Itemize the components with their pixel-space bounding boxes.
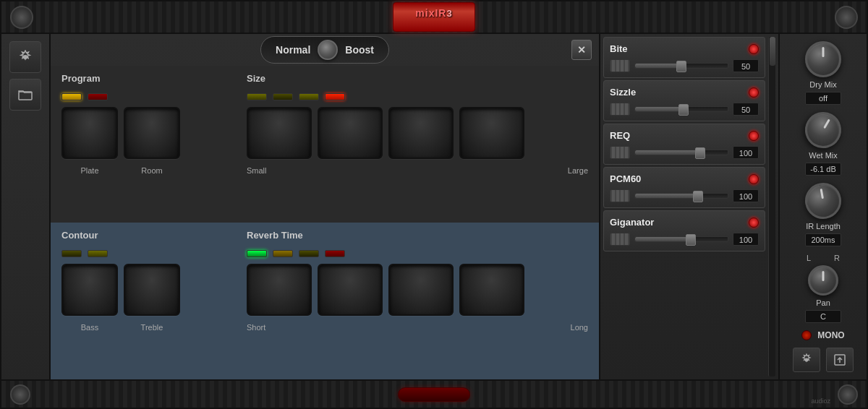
program-pad-labels: Plate Room bbox=[61, 166, 232, 175]
bottom-left-corner-screw bbox=[10, 384, 30, 405]
export-icon-button[interactable] bbox=[826, 348, 854, 372]
bass-pad[interactable] bbox=[61, 264, 118, 316]
preset-req[interactable]: REQ 100 bbox=[603, 124, 765, 165]
contour-group: Contour Bass Treble bbox=[61, 230, 232, 372]
mode-bar: Normal Boost ✕ bbox=[51, 34, 599, 66]
dry-mix-value: off bbox=[805, 92, 841, 105]
pcm60-indicator bbox=[610, 189, 630, 202]
pcm60-slider[interactable] bbox=[634, 193, 728, 199]
reverb-knob-row bbox=[247, 264, 588, 316]
program-group: Program Plate Room bbox=[61, 73, 232, 215]
settings-icon-button[interactable] bbox=[793, 348, 820, 372]
short-pad-2[interactable] bbox=[318, 264, 383, 316]
size-led-4 bbox=[325, 93, 345, 100]
wet-mix-label: Wet Mix bbox=[809, 151, 838, 160]
dry-mix-knob[interactable] bbox=[805, 41, 841, 77]
bite-slider[interactable] bbox=[634, 63, 728, 69]
small-pad-2[interactable] bbox=[318, 107, 383, 159]
sizzle-indicator bbox=[610, 103, 630, 116]
normal-mode-label: Normal bbox=[276, 44, 310, 56]
close-button[interactable]: ✕ bbox=[571, 40, 592, 60]
upper-section: Program Plate Room S bbox=[51, 66, 599, 223]
reverb-led-3 bbox=[299, 250, 319, 257]
left-sidebar bbox=[1, 34, 51, 379]
preset-pcm60[interactable]: PCM60 100 bbox=[603, 167, 765, 208]
size-led-1 bbox=[247, 93, 267, 100]
room-label: Room bbox=[124, 166, 180, 175]
center-panel: Normal Boost ✕ Program bbox=[51, 34, 600, 379]
preset-scrollbar[interactable] bbox=[768, 37, 775, 376]
bite-indicator bbox=[610, 59, 630, 72]
long-pad-2[interactable] bbox=[459, 264, 524, 316]
pan-right-label: R bbox=[834, 254, 840, 262]
giganator-active-led bbox=[749, 218, 759, 228]
size-led-2 bbox=[273, 93, 293, 100]
folder-button[interactable] bbox=[9, 79, 41, 111]
giganator-value: 100 bbox=[733, 233, 759, 246]
reverb-time-group: Reverb Time Short bbox=[247, 230, 588, 372]
contour-pad-labels: Bass Treble bbox=[61, 323, 232, 332]
small-pad-3[interactable] bbox=[388, 107, 454, 159]
sizzle-value: 50 bbox=[733, 103, 759, 116]
giganator-slider[interactable] bbox=[634, 236, 728, 242]
scrollbar-thumb bbox=[770, 37, 775, 66]
bite-slider-row: 50 bbox=[610, 57, 759, 74]
ir-length-knob[interactable] bbox=[802, 181, 844, 223]
pcm60-name: PCM60 bbox=[610, 171, 641, 187]
bite-name: Bite bbox=[610, 40, 628, 57]
wet-mix-knob[interactable] bbox=[799, 106, 848, 155]
short-pad-1[interactable] bbox=[247, 264, 312, 316]
mode-knob[interactable] bbox=[318, 40, 338, 60]
program-led-2 bbox=[88, 93, 108, 100]
program-led-1 bbox=[61, 93, 82, 100]
small-pad-1[interactable] bbox=[247, 107, 312, 159]
req-value: 100 bbox=[733, 146, 759, 159]
reverb-led-4 bbox=[325, 250, 345, 257]
contour-knob-row bbox=[61, 264, 232, 316]
treble-pad[interactable] bbox=[124, 264, 180, 316]
size-led-3 bbox=[299, 93, 319, 100]
bite-header: Bite bbox=[610, 40, 759, 57]
mode-selector[interactable]: Normal Boost bbox=[260, 36, 389, 64]
size-knob-row bbox=[247, 107, 588, 159]
treble-label: Treble bbox=[124, 323, 180, 332]
sizzle-active-led bbox=[749, 87, 759, 98]
giganator-slider-row: 100 bbox=[610, 231, 759, 248]
preset-bite[interactable]: Bite 50 bbox=[603, 37, 765, 78]
large-pad[interactable] bbox=[459, 107, 524, 159]
pcm60-slider-row: 100 bbox=[610, 187, 759, 204]
preset-sizzle[interactable]: Sizzle 50 bbox=[603, 80, 765, 121]
room-pad[interactable] bbox=[124, 107, 180, 159]
req-slider[interactable] bbox=[634, 150, 728, 155]
preset-giganator[interactable]: Giganator 100 bbox=[603, 210, 765, 251]
plugin-title-text: mixIR3 bbox=[415, 8, 452, 26]
reverb-led-1 bbox=[247, 250, 267, 257]
pan-knob[interactable] bbox=[808, 265, 838, 296]
ir-length-group: IR Length 200ms bbox=[786, 183, 861, 246]
pan-label: Pan bbox=[816, 298, 830, 307]
plate-pad[interactable] bbox=[61, 107, 118, 159]
settings-button[interactable] bbox=[9, 41, 41, 73]
program-led-row bbox=[61, 91, 232, 103]
req-header: REQ bbox=[610, 127, 759, 144]
long-pad-1[interactable] bbox=[388, 264, 454, 316]
bite-active-led bbox=[749, 44, 759, 54]
contour-led-2 bbox=[88, 250, 108, 257]
req-slider-row: 100 bbox=[610, 144, 759, 161]
right-panel: Bite 50 Sizzle bbox=[600, 34, 780, 379]
pcm60-active-led bbox=[749, 174, 759, 184]
pan-group: L R Pan C bbox=[786, 254, 861, 323]
req-active-led bbox=[749, 131, 759, 141]
main-content: Normal Boost ✕ Program bbox=[1, 34, 867, 379]
mono-row: MONO bbox=[786, 330, 861, 340]
top-left-corner-screw bbox=[10, 6, 33, 29]
audioz-badge: audioz bbox=[811, 397, 830, 405]
plugin-title: mixIR3 bbox=[393, 2, 475, 32]
sizzle-slider[interactable] bbox=[634, 106, 728, 112]
program-title: Program bbox=[61, 73, 232, 84]
pan-lr-row: L R bbox=[807, 254, 840, 262]
top-bar: mixIR3 bbox=[1, 1, 867, 34]
req-name: REQ bbox=[610, 127, 630, 144]
ir-length-label: IR Length bbox=[806, 222, 841, 231]
bottom-right-corner-screw bbox=[838, 384, 858, 405]
